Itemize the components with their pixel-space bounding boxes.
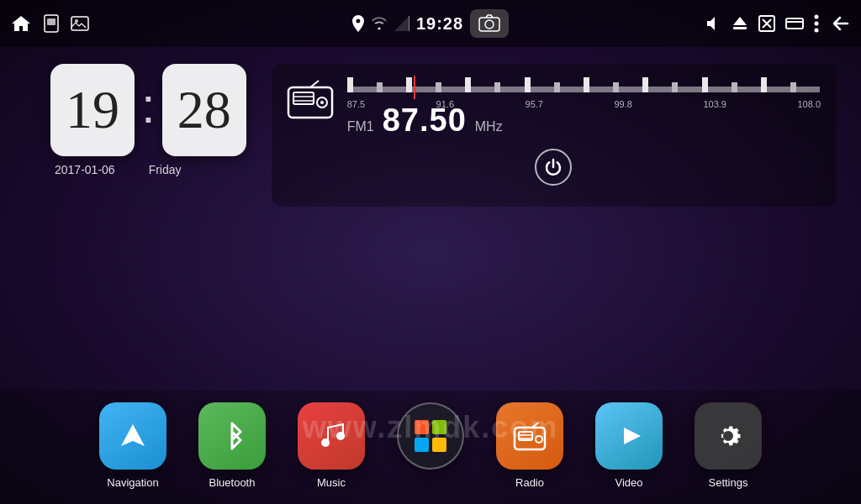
music-label: Music bbox=[317, 476, 346, 489]
navigation-label: Navigation bbox=[107, 476, 158, 489]
app-dock: Navigation Bluetooth Music bbox=[0, 391, 861, 504]
app-item-windows[interactable] bbox=[388, 402, 473, 489]
settings-label: Settings bbox=[709, 476, 748, 489]
svg-point-7 bbox=[485, 20, 494, 29]
svg-rect-19 bbox=[293, 92, 314, 104]
bluetooth-label: Bluetooth bbox=[209, 476, 256, 489]
clock-colon: : bbox=[141, 81, 156, 131]
svg-point-27 bbox=[336, 432, 345, 440]
radio-tuner: // Will be rendered via JS below 87.5 91… bbox=[347, 76, 821, 139]
location-icon bbox=[352, 15, 364, 32]
video-label: Video bbox=[615, 476, 642, 489]
svg-rect-1 bbox=[47, 18, 55, 25]
svg-marker-4 bbox=[394, 16, 409, 31]
radio-unit: MHz bbox=[475, 119, 503, 134]
svg-point-15 bbox=[815, 15, 819, 19]
clock-widget: 19 : 28 2017-01-06 Friday bbox=[50, 64, 246, 176]
svg-point-26 bbox=[321, 438, 330, 447]
svg-point-23 bbox=[320, 101, 324, 104]
clock-minutes: 28 bbox=[177, 79, 231, 141]
overflow-menu-icon[interactable] bbox=[814, 14, 819, 33]
signal-icon bbox=[394, 16, 409, 31]
main-content: 19 : 28 2017-01-06 Friday bbox=[0, 47, 861, 504]
widgets-area: 19 : 28 2017-01-06 Friday bbox=[0, 47, 861, 391]
volume-icon[interactable] bbox=[705, 16, 721, 31]
svg-rect-9 bbox=[733, 27, 747, 29]
camera-button[interactable] bbox=[470, 9, 509, 38]
svg-point-16 bbox=[815, 22, 819, 26]
wifi-icon bbox=[371, 17, 388, 30]
radio-widget: // Will be rendered via JS below 87.5 91… bbox=[272, 64, 836, 207]
svg-point-17 bbox=[815, 29, 819, 33]
close-icon[interactable] bbox=[758, 15, 775, 32]
svg-rect-13 bbox=[786, 18, 803, 29]
clock-display: 19 : 28 bbox=[50, 64, 246, 156]
svg-rect-2 bbox=[71, 17, 88, 30]
svg-point-3 bbox=[75, 19, 78, 23]
minimize-icon[interactable] bbox=[785, 18, 804, 29]
app-item-navigation[interactable]: Navigation bbox=[91, 402, 175, 489]
windows-logo bbox=[415, 420, 446, 452]
tuner-labels: 87.5 91.6 95.7 99.8 103.9 108.0 bbox=[347, 99, 821, 109]
clock-day: Friday bbox=[149, 163, 182, 176]
back-icon[interactable] bbox=[829, 14, 851, 33]
tuner-scale: // Will be rendered via JS below 87.5 91… bbox=[347, 76, 821, 99]
status-bar: 19:28 bbox=[0, 0, 861, 47]
gallery-icon[interactable] bbox=[71, 16, 89, 31]
app-item-music[interactable]: Music bbox=[289, 402, 373, 489]
svg-marker-34 bbox=[624, 428, 641, 444]
radio-device-icon bbox=[287, 79, 334, 128]
status-time: 19:28 bbox=[416, 14, 463, 34]
bluetooth-icon bbox=[198, 402, 266, 470]
home-icon[interactable] bbox=[10, 14, 32, 33]
windows-icon bbox=[397, 402, 464, 470]
navigation-icon bbox=[99, 402, 166, 470]
radio-icon bbox=[496, 402, 563, 470]
app-item-video[interactable]: Video bbox=[587, 402, 671, 489]
sim-icon[interactable] bbox=[44, 14, 59, 33]
app-item-settings[interactable]: Settings bbox=[686, 402, 770, 489]
eject-icon[interactable] bbox=[732, 15, 748, 32]
settings-icon bbox=[695, 402, 762, 470]
radio-label: Radio bbox=[515, 476, 544, 489]
video-icon bbox=[595, 402, 663, 470]
svg-marker-8 bbox=[733, 17, 747, 25]
clock-date: 2017-01-06 bbox=[55, 163, 115, 176]
clock-hours-block: 19 bbox=[50, 64, 135, 156]
svg-point-32 bbox=[536, 436, 542, 443]
clock-date-row: 2017-01-06 Friday bbox=[50, 163, 246, 176]
app-item-bluetooth[interactable]: Bluetooth bbox=[190, 402, 274, 489]
radio-top: // Will be rendered via JS below 87.5 91… bbox=[287, 76, 821, 139]
clock-minutes-block: 28 bbox=[162, 64, 246, 156]
radio-band: FM1 bbox=[347, 119, 374, 134]
app-item-radio[interactable]: Radio bbox=[488, 402, 572, 489]
clock-hours: 19 bbox=[66, 79, 119, 141]
radio-power-row bbox=[287, 149, 821, 186]
music-icon bbox=[298, 402, 365, 470]
svg-marker-25 bbox=[121, 424, 145, 446]
radio-power-button[interactable] bbox=[535, 149, 572, 186]
